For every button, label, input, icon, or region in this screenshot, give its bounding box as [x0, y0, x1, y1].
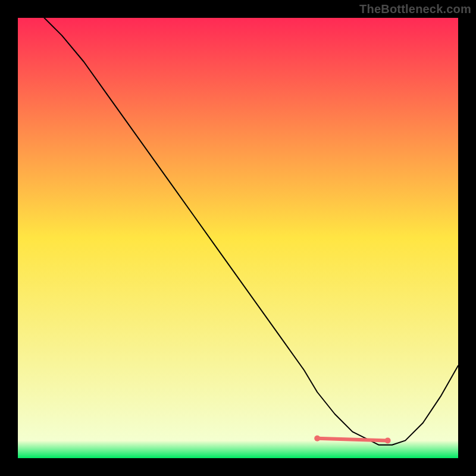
attribution-text: TheBottleneck.com: [359, 2, 471, 16]
plot-svg: [18, 18, 458, 458]
plot-area: [18, 18, 458, 458]
optimal-range-marker: [317, 439, 387, 441]
optimal-range-dot: [314, 436, 320, 441]
chart-container: TheBottleneck.com: [0, 0, 476, 476]
optimal-range-dot: [385, 437, 391, 443]
gradient-background: [18, 18, 458, 458]
